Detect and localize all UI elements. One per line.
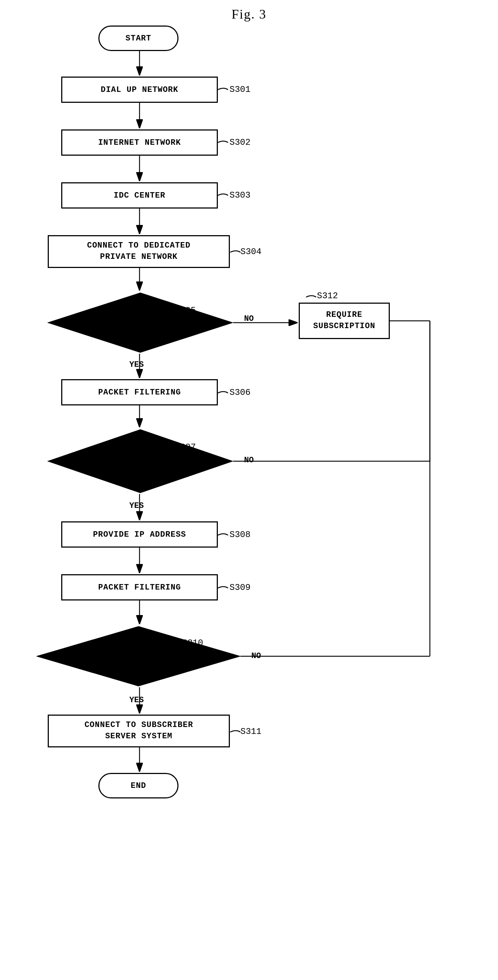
s310-no-label: NO <box>251 652 261 660</box>
s305-yes-label: YES <box>129 360 144 369</box>
s308-node: PROVIDE IP ADDRESS <box>61 521 218 547</box>
start-node: START <box>98 25 179 51</box>
s307-no-label: NO <box>244 456 254 465</box>
s311-node: CONNECT TO SUBSCRIBER SERVER SYSTEM <box>48 714 230 748</box>
s306-label: S306 <box>230 388 251 398</box>
s310-diamond: AUTHENTICATION PORT ? <box>36 625 240 687</box>
s301-node: DIAL UP NETWORK <box>61 76 218 103</box>
s304-node: CONNECT TO DEDICATED PRIVATE NETWORK <box>48 235 230 268</box>
figure-title: Fig. 3 <box>0 6 498 22</box>
s304-label: S304 <box>240 247 262 257</box>
s306-node: PACKET FILTERING <box>61 379 218 406</box>
s305-no-label: NO <box>244 314 254 323</box>
s308-label: S308 <box>230 530 251 539</box>
s305-label: S305 <box>175 305 196 315</box>
s312-label: S312 <box>317 291 338 301</box>
s310-label: S310 <box>182 638 203 648</box>
s307-yes-label: YES <box>129 501 144 511</box>
s303-label: S303 <box>230 190 251 200</box>
s302-node: INTERNET NETWORK <box>61 129 218 156</box>
s301-label: S301 <box>230 84 251 94</box>
s309-label: S309 <box>230 582 251 592</box>
s311-label: S311 <box>240 727 262 737</box>
s312-node: REQUIRE SUBSCRIPTION <box>299 302 390 339</box>
s303-node: IDC CENTER <box>61 182 218 208</box>
end-node: END <box>98 773 179 799</box>
s307-diamond: IDENTIFY AUTHENTICATION ? <box>48 428 233 494</box>
s310-yes-label: YES <box>129 695 144 705</box>
s305-diamond: IDENTIFY SUBSCRIBER ? <box>48 292 233 354</box>
flowchart-diagram: Fig. 3 START DIAL UP NETWORK S301 INTERN… <box>0 0 498 980</box>
s309-node: PACKET FILTERING <box>61 574 218 600</box>
s302-label: S302 <box>230 137 251 147</box>
